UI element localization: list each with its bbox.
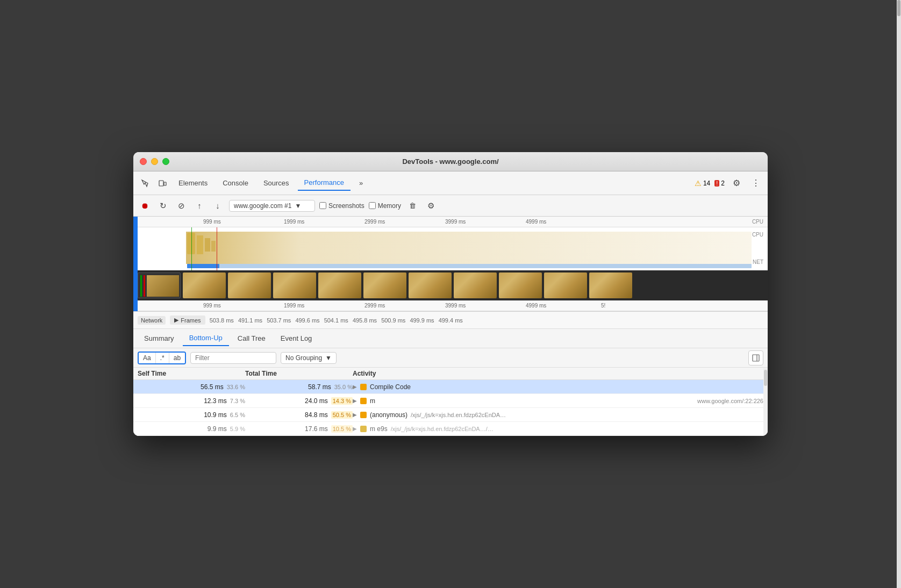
- table-scrollbar-track[interactable]: [763, 368, 768, 436]
- tab-bottom-up[interactable]: Bottom-Up: [183, 331, 229, 346]
- filter-whole-word[interactable]: ab: [169, 353, 185, 363]
- tab-event-log[interactable]: Event Log: [274, 331, 319, 346]
- main-toolbar: Elements Console Sources Performance » ⚠…: [133, 171, 768, 195]
- table-scrollbar-thumb[interactable]: [764, 370, 767, 386]
- expand-4[interactable]: ▶: [353, 426, 357, 432]
- timeline-sidebar-indicator: [133, 217, 138, 311]
- more-icon[interactable]: ⋮: [748, 176, 763, 191]
- frame-time-5: 504.1 ms: [324, 317, 348, 324]
- filmstrip-frame[interactable]: [409, 273, 452, 298]
- total-pct-2: 14.3 %: [331, 397, 353, 405]
- inspect-icon[interactable]: [138, 176, 153, 191]
- frame-time-1: 503.8 ms: [210, 317, 234, 324]
- self-pct-1: 33.6 %: [227, 384, 245, 390]
- upload-icon[interactable]: ↑: [192, 199, 206, 213]
- ruler-mark-b4: 3999 ms: [445, 303, 466, 309]
- capture-settings-icon[interactable]: ⚙: [424, 199, 438, 213]
- ruler-mark-b5: 4999 ms: [526, 303, 546, 309]
- url-dropdown[interactable]: www.google.com #1 ▼: [229, 200, 315, 212]
- collapse-button[interactable]: [748, 350, 763, 365]
- filmstrip-frame[interactable]: [318, 273, 361, 298]
- self-time-4: 9.9 ms: [208, 425, 227, 433]
- download-icon[interactable]: ↓: [211, 199, 225, 213]
- table-row[interactable]: 56.5 ms 33.6 % 58.7 ms 35.0 % ▶ Compile …: [133, 380, 768, 394]
- expand-2[interactable]: ▶: [353, 398, 357, 404]
- tab-summary[interactable]: Summary: [138, 331, 181, 346]
- filmstrip-frame[interactable]: [228, 273, 271, 298]
- filmstrip-frame[interactable]: [138, 273, 181, 298]
- grouping-dropdown[interactable]: No Grouping ▼: [281, 352, 337, 364]
- memory-check[interactable]: [369, 202, 376, 209]
- error-icon: !: [714, 180, 719, 187]
- ruler-mark-4: 3999 ms: [445, 219, 466, 225]
- record-icon[interactable]: ⏺: [138, 199, 152, 213]
- filter-buttons: Aa .* ab: [138, 352, 186, 364]
- filmstrip-frame[interactable]: [589, 273, 632, 298]
- filmstrip-frame[interactable]: [544, 273, 587, 298]
- settings-icon[interactable]: ⚙: [729, 176, 744, 191]
- filmstrip-frame[interactable]: [363, 273, 406, 298]
- filmstrip-frame[interactable]: [273, 273, 316, 298]
- url-value: www.google.com #1: [234, 202, 291, 210]
- error-badge[interactable]: ! 2: [714, 180, 725, 187]
- svg-rect-2: [753, 355, 759, 361]
- table-header: Self Time Total Time Activity: [133, 368, 768, 380]
- header-self-time: Self Time: [138, 370, 245, 377]
- expand-1[interactable]: ▶: [353, 384, 357, 390]
- tab-performance[interactable]: Performance: [298, 175, 351, 191]
- cell-self-2: 12.3 ms 7.3 %: [138, 397, 245, 405]
- cpu-label2: CPU: [752, 232, 763, 238]
- svg-rect-1: [164, 182, 166, 185]
- memory-checkbox[interactable]: Memory: [369, 202, 401, 210]
- activity-name-3: (anonymous): [370, 411, 407, 419]
- minimize-button[interactable]: [151, 158, 158, 165]
- frames-label[interactable]: ▶ Frames: [170, 315, 205, 325]
- maximize-button[interactable]: [162, 158, 169, 165]
- frame-time-2: 491.1 ms: [238, 317, 262, 324]
- activity-url-4: /xjs/_/js/k=xjs.hd.en.fdzp62cEnDA…/…: [391, 426, 494, 432]
- screenshots-check[interactable]: [319, 202, 326, 209]
- self-time-3: 10.9 ms: [204, 411, 227, 419]
- warning-badge[interactable]: ⚠ 14: [695, 179, 710, 188]
- memory-label: Memory: [378, 202, 401, 210]
- trash-icon[interactable]: 🗑: [405, 199, 419, 213]
- cell-activity-2: ▶ m www.google.com/:22:226: [353, 397, 763, 405]
- tab-console[interactable]: Console: [216, 176, 255, 190]
- activity-name-4: m e9s: [370, 425, 388, 433]
- warning-count: 14: [703, 180, 710, 187]
- header-total-time: Total Time: [245, 370, 353, 377]
- cell-activity-4: ▶ m e9s /xjs/_/js/k=xjs.hd.en.fdzp62cEnD…: [353, 425, 763, 433]
- filmstrip-frame[interactable]: [454, 273, 497, 298]
- tab-sources[interactable]: Sources: [257, 176, 296, 190]
- clear-icon[interactable]: ⊘: [174, 199, 188, 213]
- activity-icon-2: [360, 398, 367, 404]
- table-row[interactable]: 12.3 ms 7.3 % 24.0 ms 14.3 % ▶ m www.goo…: [133, 394, 768, 408]
- traffic-lights: [140, 158, 169, 165]
- cell-activity-3: ▶ (anonymous) /xjs/_/js/k=xjs.hd.en.fdzp…: [353, 411, 763, 419]
- reload-icon[interactable]: ↻: [156, 199, 170, 213]
- data-table: Self Time Total Time Activity 56.5 ms 33…: [133, 368, 768, 436]
- filter-case-sensitive[interactable]: Aa: [139, 353, 156, 363]
- filmstrip-frame[interactable]: [499, 273, 542, 298]
- network-label[interactable]: Network: [138, 316, 166, 325]
- close-button[interactable]: [140, 158, 147, 165]
- tab-more[interactable]: »: [353, 176, 369, 190]
- total-pct-1: 35.0 %: [334, 384, 353, 390]
- expand-3[interactable]: ▶: [353, 412, 357, 418]
- tab-elements[interactable]: Elements: [172, 176, 214, 190]
- filmstrip-frame[interactable]: [183, 273, 226, 298]
- table-row[interactable]: 10.9 ms 6.5 % 84.8 ms 50.5 % ▶ (anonymou…: [133, 408, 768, 422]
- filmstrip[interactable]: [133, 270, 768, 300]
- total-pct-3: 50.5 %: [331, 411, 353, 419]
- filter-regex[interactable]: .*: [156, 353, 169, 363]
- title-bar: DevTools - www.google.com/: [133, 152, 768, 171]
- filter-input[interactable]: [190, 352, 276, 364]
- toolbar-right: ⚠ 14 ! 2 ⚙ ⋮: [695, 176, 763, 191]
- timeline-chart[interactable]: NET CPU: [133, 227, 768, 270]
- device-icon[interactable]: [155, 176, 170, 191]
- error-count: 2: [721, 180, 725, 187]
- screenshots-checkbox[interactable]: Screenshots: [319, 202, 364, 210]
- tab-call-tree[interactable]: Call Tree: [231, 331, 272, 346]
- table-row[interactable]: 9.9 ms 5.9 % 17.6 ms 10.5 % ▶ m e9s /xjs…: [133, 422, 768, 436]
- cell-self-4: 9.9 ms 5.9 %: [138, 425, 245, 433]
